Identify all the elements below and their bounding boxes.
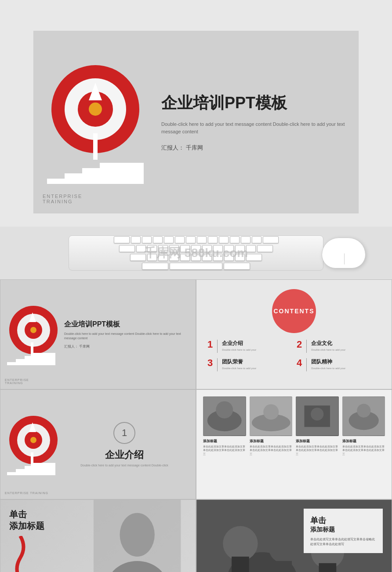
thumbnail-contents-slide[interactable]: CONTENTS 1 企业介绍 Double-click here to add… — [196, 279, 392, 389]
key — [219, 236, 229, 243]
svg-rect-21 — [275, 561, 292, 572]
key — [180, 245, 190, 252]
content-cn-4: 团队精神 — [311, 358, 381, 366]
card-title-1: 添加标题 — [203, 439, 246, 444]
thumb3-footer: ENTERPRISE TRAINING — [5, 491, 48, 495]
key — [235, 245, 245, 252]
content-text-2: 企业文化 Double-click here to add your — [311, 340, 381, 351]
key — [142, 236, 152, 243]
key — [202, 254, 212, 261]
author-label: 汇报人： — [161, 144, 184, 151]
key — [197, 236, 207, 243]
card-photo-4 — [342, 396, 385, 436]
svg-point-2 — [216, 401, 233, 418]
card-title-3: 添加标题 — [296, 439, 339, 444]
content-en-3: Double-click here to add your — [222, 367, 291, 370]
card-photo-2 — [250, 396, 293, 436]
content-divider-4 — [306, 358, 307, 371]
content-item-2: 2 企业文化 Double-click here to add your — [297, 340, 381, 353]
key-row-4 — [142, 263, 250, 270]
target-center — [89, 103, 102, 116]
contents-circle: CONTENTS — [272, 289, 316, 333]
t1-center — [30, 327, 36, 333]
thumb3-stairs — [7, 458, 60, 475]
svg-rect-20 — [232, 557, 249, 572]
card-photo-3 — [296, 396, 339, 436]
card-desc-2: 单击此处添加文章单击此处添加文章单击此处添加文章单击此处添加文章三 — [250, 445, 293, 456]
section-subtitle: Double-click here to add your text messa… — [80, 464, 168, 467]
arrow-up-icon — [89, 83, 102, 100]
key-row-2 — [119, 245, 273, 252]
key — [147, 245, 157, 252]
slide-subtitle: Double-click here to add your text messa… — [161, 121, 345, 135]
key — [153, 236, 163, 243]
thumbnail-section1-slide[interactable]: 1 企业介绍 Double-click here to add your tex… — [0, 389, 196, 499]
keyboard-section: 千库网 588ku.com — [0, 227, 392, 279]
card-item-2: 添加标题 单击此处添加文章单击此处添加文章单击此处添加文章单击此处添加文章三 — [250, 396, 293, 492]
thumbnails-row3: 单击 添加标题 单击此处填写文章单击此处填写文章单击省略此处填写文字单击此处填写… — [0, 499, 392, 572]
key — [257, 245, 273, 252]
svg-point-5 — [263, 404, 279, 420]
arrow-stem — [93, 133, 98, 160]
thumbnail-dark-slide[interactable]: 单击 添加标题 单击此处填写文章单击此处填写文章单击省略此处填写文章单击此处填写… — [196, 499, 392, 572]
key-row-3 — [130, 254, 262, 261]
t1-author: 汇报人： 千库网 — [64, 344, 189, 349]
thumbnails-row2: 1 企业介绍 Double-click here to add your tex… — [0, 389, 392, 499]
t1-inner-ring — [25, 321, 42, 339]
content-item-3: 3 团队荣誉 Double-click here to add your — [207, 358, 291, 371]
svg-point-11 — [357, 404, 370, 418]
card-item-4: 添加标题 单击此处添加文章单击此处添加文章单击此处添加文章单击此处添加文章三 — [342, 396, 385, 492]
content-text-1: 企业介绍 Double-click here to add your — [222, 340, 291, 351]
key — [230, 236, 240, 243]
key — [202, 245, 212, 252]
footer-line2: TRAINING — [43, 199, 82, 204]
key — [130, 254, 146, 261]
mouse-line — [344, 253, 345, 264]
t1-arrow-icon — [29, 312, 36, 322]
key — [114, 236, 130, 243]
thumb3-inner-ring — [25, 431, 42, 449]
key — [241, 236, 250, 243]
key — [263, 236, 279, 243]
stairs-graphic — [47, 149, 152, 184]
card-item-1: 添加标题 单击此处添加文章单击此处添加文章单击此处添加文章单击此处添加文章三 — [203, 396, 246, 492]
key — [158, 254, 168, 261]
key — [191, 254, 201, 261]
content-num-3: 3 — [207, 358, 213, 368]
content-text-3: 团队荣誉 Double-click here to add your — [222, 358, 291, 370]
bottom-right-title: 添加标题 — [310, 526, 376, 534]
content-num-4: 4 — [297, 358, 302, 368]
main-slide: 企业培训PPT模板 Double-click here to add your … — [33, 31, 359, 213]
content-num-1: 1 — [207, 340, 213, 349]
key — [213, 254, 223, 261]
thumb5-text-overlay: 单击 添加标题 单击此处填写文章单击此处填写文章单击省略此处填写文字单击此处填写… — [9, 509, 187, 572]
slide-footer: ENTERPRISE TRAINING — [43, 194, 82, 204]
thumb1-text-area: 企业培训PPT模板 Double-click here to add your … — [60, 320, 189, 349]
key — [142, 263, 168, 270]
content-num-2: 2 — [297, 340, 302, 349]
key — [224, 263, 250, 270]
card-title-4: 添加标题 — [342, 439, 385, 444]
thumb6-text-box: 单击 添加标题 单击此处填写文章单击此处填写文章单击省略此处填写文章单击此处填写 — [304, 509, 383, 553]
section-title: 企业介绍 — [105, 448, 144, 462]
svg-point-8 — [311, 408, 323, 421]
key — [175, 236, 185, 243]
bottom-right-desc: 单击此处填写文章单击此处填写文章单击省略此处填写文章单击此处填写 — [310, 537, 376, 546]
content-item-4: 4 团队精神 Double-click here to add your — [297, 358, 381, 371]
card-photo-svg-2 — [250, 396, 293, 436]
key — [180, 254, 190, 261]
card-photo-svg-1 — [203, 396, 246, 436]
thumbnail-title-slide[interactable]: 企业培训PPT模板 Double-click here to add your … — [0, 279, 196, 389]
t1-stairs — [7, 348, 60, 365]
key — [169, 254, 179, 261]
content-en-2: Double-click here to add your — [311, 348, 381, 351]
thumbnail-cards-slide[interactable]: 添加标题 单击此处添加文章单击此处添加文章单击此处添加文章单击此处添加文章三 添… — [196, 389, 392, 499]
card-photo-svg-3 — [296, 396, 339, 436]
card-item-3: 添加标题 单击此处添加文章单击此处添加文章单击此处添加文章单击此处添加文章三 — [296, 396, 339, 492]
slide-text-area: 企业培训PPT模板 Double-click here to add your … — [152, 92, 345, 152]
key — [252, 236, 261, 243]
thumbnail-text-wave-slide[interactable]: 单击 添加标题 单击此处填写文章单击此处填写文章单击省略此处填写文字单击此处填写… — [0, 499, 196, 572]
bottom-right-click-label: 单击 — [310, 515, 376, 526]
card-desc-3: 单击此处添加文章单击此处添加文章单击此处添加文章单击此处添加文章三 — [296, 445, 339, 456]
t1-title: 企业培训PPT模板 — [64, 320, 189, 329]
